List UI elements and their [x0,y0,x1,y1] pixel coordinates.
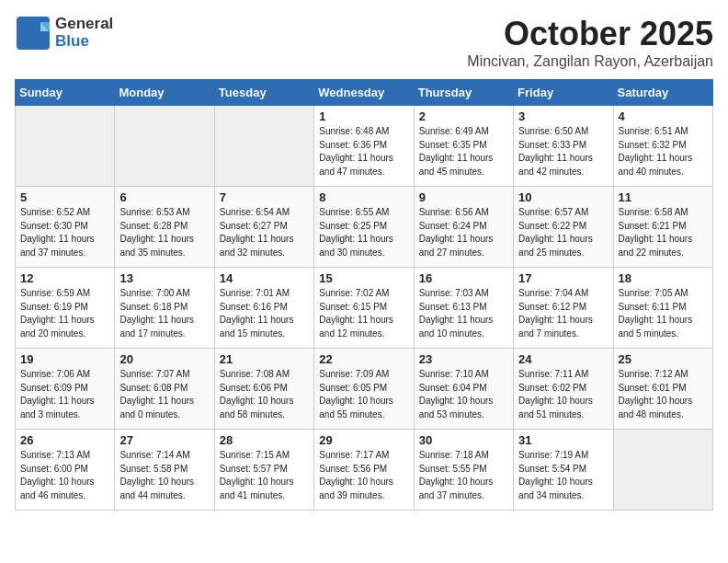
day-info: Sunrise: 7:02 AMSunset: 6:15 PMDaylight:… [319,287,408,340]
calendar-cell: 12Sunrise: 6:59 AMSunset: 6:19 PMDayligh… [16,268,115,349]
day-info: Sunrise: 7:18 AMSunset: 5:55 PMDaylight:… [419,449,508,502]
day-number: 29 [319,433,408,447]
day-number: 21 [220,352,309,366]
day-info: Sunrise: 7:06 AMSunset: 6:09 PMDaylight:… [20,368,109,421]
calendar-cell: 27Sunrise: 7:14 AMSunset: 5:58 PMDayligh… [115,430,214,511]
day-number: 6 [119,190,209,204]
day-number: 15 [319,271,408,285]
calendar-cell [115,106,214,187]
day-number: 10 [518,190,608,204]
day-number: 19 [20,352,109,366]
calendar-cell: 4Sunrise: 6:51 AMSunset: 6:32 PMDaylight… [613,106,712,187]
day-info: Sunrise: 6:57 AMSunset: 6:22 PMDaylight:… [518,206,608,259]
svg-rect-0 [17,17,50,50]
logo: General Blue [15,15,113,52]
day-info: Sunrise: 7:14 AMSunset: 5:58 PMDaylight:… [119,449,209,502]
calendar-cell: 22Sunrise: 7:09 AMSunset: 6:05 PMDayligh… [314,349,414,430]
day-number: 22 [319,352,408,366]
day-info: Sunrise: 6:58 AMSunset: 6:21 PMDaylight:… [619,206,708,259]
day-info: Sunrise: 6:53 AMSunset: 6:28 PMDaylight:… [119,206,209,259]
day-number: 25 [619,352,708,366]
calendar-cell: 13Sunrise: 7:00 AMSunset: 6:18 PMDayligh… [115,268,214,349]
logo-text: General Blue [55,16,113,50]
logo-general: General [55,16,113,33]
day-info: Sunrise: 7:15 AMSunset: 5:57 PMDaylight:… [220,449,309,502]
weekday-header: Tuesday [214,80,313,106]
day-number: 27 [119,433,209,447]
month-title: October 2025 [467,15,713,53]
day-number: 13 [119,271,209,285]
calendar-cell: 26Sunrise: 7:13 AMSunset: 6:00 PMDayligh… [16,430,115,511]
location-title: Mincivan, Zangilan Rayon, Azerbaijan [467,53,713,70]
day-number: 18 [619,271,708,285]
day-number: 8 [319,190,408,204]
calendar-week-row: 1Sunrise: 6:48 AMSunset: 6:36 PMDaylight… [16,106,713,187]
calendar-cell [214,106,313,187]
calendar-week-row: 12Sunrise: 6:59 AMSunset: 6:19 PMDayligh… [16,268,713,349]
calendar-cell: 9Sunrise: 6:56 AMSunset: 6:24 PMDaylight… [414,187,513,268]
day-info: Sunrise: 7:11 AMSunset: 6:02 PMDaylight:… [518,368,608,421]
calendar-cell: 28Sunrise: 7:15 AMSunset: 5:57 PMDayligh… [214,430,313,511]
day-number: 11 [619,190,708,204]
calendar-header-row: SundayMondayTuesdayWednesdayThursdayFrid… [16,80,713,106]
day-number: 23 [419,352,508,366]
day-number: 30 [419,433,508,447]
day-number: 3 [518,109,608,123]
logo-icon [15,15,51,52]
calendar-cell: 2Sunrise: 6:49 AMSunset: 6:35 PMDaylight… [414,106,513,187]
calendar-cell: 21Sunrise: 7:08 AMSunset: 6:06 PMDayligh… [214,349,313,430]
calendar-week-row: 19Sunrise: 7:06 AMSunset: 6:09 PMDayligh… [16,349,713,430]
weekday-header: Sunday [16,80,115,106]
day-number: 12 [20,271,109,285]
weekday-header: Thursday [414,80,513,106]
day-info: Sunrise: 7:09 AMSunset: 6:05 PMDaylight:… [319,368,408,421]
calendar-cell [613,430,712,511]
calendar-cell: 23Sunrise: 7:10 AMSunset: 6:04 PMDayligh… [414,349,513,430]
day-number: 9 [419,190,508,204]
weekday-header: Saturday [613,80,712,106]
day-info: Sunrise: 7:19 AMSunset: 5:54 PMDaylight:… [518,449,608,502]
day-info: Sunrise: 7:07 AMSunset: 6:08 PMDaylight:… [119,368,209,421]
day-info: Sunrise: 7:03 AMSunset: 6:13 PMDaylight:… [419,287,508,340]
day-info: Sunrise: 6:50 AMSunset: 6:33 PMDaylight:… [518,125,608,178]
day-number: 7 [220,190,309,204]
calendar-table: SundayMondayTuesdayWednesdayThursdayFrid… [15,79,713,511]
calendar-cell: 3Sunrise: 6:50 AMSunset: 6:33 PMDaylight… [514,106,613,187]
day-number: 4 [619,109,708,123]
calendar-cell: 25Sunrise: 7:12 AMSunset: 6:01 PMDayligh… [613,349,712,430]
day-number: 14 [220,271,309,285]
logo-blue: Blue [55,33,113,51]
calendar-cell: 24Sunrise: 7:11 AMSunset: 6:02 PMDayligh… [514,349,613,430]
calendar-cell: 15Sunrise: 7:02 AMSunset: 6:15 PMDayligh… [314,268,414,349]
day-number: 5 [20,190,109,204]
day-number: 31 [518,433,608,447]
day-info: Sunrise: 6:54 AMSunset: 6:27 PMDaylight:… [220,206,309,259]
day-number: 24 [518,352,608,366]
day-info: Sunrise: 6:56 AMSunset: 6:24 PMDaylight:… [419,206,508,259]
day-number: 28 [220,433,309,447]
calendar-week-row: 5Sunrise: 6:52 AMSunset: 6:30 PMDaylight… [16,187,713,268]
weekday-header: Wednesday [314,80,414,106]
calendar-cell: 30Sunrise: 7:18 AMSunset: 5:55 PMDayligh… [414,430,513,511]
calendar-cell: 20Sunrise: 7:07 AMSunset: 6:08 PMDayligh… [115,349,214,430]
calendar-cell: 31Sunrise: 7:19 AMSunset: 5:54 PMDayligh… [514,430,613,511]
day-number: 16 [419,271,508,285]
calendar-cell: 19Sunrise: 7:06 AMSunset: 6:09 PMDayligh… [16,349,115,430]
day-info: Sunrise: 6:51 AMSunset: 6:32 PMDaylight:… [619,125,708,178]
calendar-cell: 6Sunrise: 6:53 AMSunset: 6:28 PMDaylight… [115,187,214,268]
header: General Blue October 2025 Mincivan, Zang… [15,15,713,70]
day-info: Sunrise: 7:10 AMSunset: 6:04 PMDaylight:… [419,368,508,421]
calendar-cell: 17Sunrise: 7:04 AMSunset: 6:12 PMDayligh… [514,268,613,349]
calendar-cell: 10Sunrise: 6:57 AMSunset: 6:22 PMDayligh… [514,187,613,268]
calendar-cell: 18Sunrise: 7:05 AMSunset: 6:11 PMDayligh… [613,268,712,349]
weekday-header: Friday [514,80,613,106]
day-info: Sunrise: 6:59 AMSunset: 6:19 PMDaylight:… [20,287,109,340]
calendar-body: 1Sunrise: 6:48 AMSunset: 6:36 PMDaylight… [16,106,713,511]
calendar-cell: 16Sunrise: 7:03 AMSunset: 6:13 PMDayligh… [414,268,513,349]
day-info: Sunrise: 6:49 AMSunset: 6:35 PMDaylight:… [419,125,508,178]
title-area: October 2025 Mincivan, Zangilan Rayon, A… [467,15,713,70]
day-info: Sunrise: 7:01 AMSunset: 6:16 PMDaylight:… [220,287,309,340]
calendar-cell: 11Sunrise: 6:58 AMSunset: 6:21 PMDayligh… [613,187,712,268]
day-number: 2 [419,109,508,123]
day-number: 1 [319,109,408,123]
